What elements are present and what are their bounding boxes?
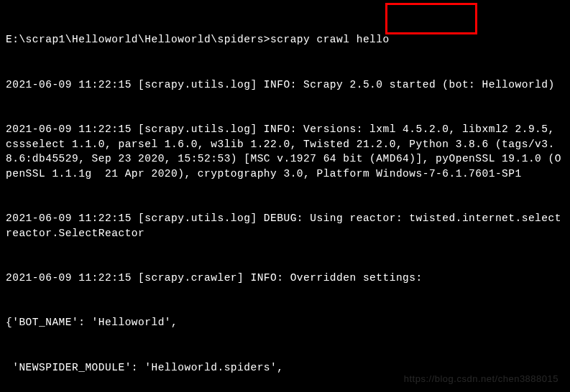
terminal-line: 2021-06-09 11:22:15 [scrapy.utils.log] D… [6, 211, 564, 241]
terminal-output[interactable]: E:\scrap1\Helloworld\Helloworld\spiders>… [6, 3, 564, 392]
terminal-line: {'BOT_NAME': 'Helloworld', [6, 315, 564, 330]
terminal-line: 2021-06-09 11:22:15 [scrapy.utils.log] I… [6, 78, 564, 93]
terminal-line: 2021-06-09 11:22:15 [scrapy.crawler] INF… [6, 271, 564, 286]
terminal-line: 2021-06-09 11:22:15 [scrapy.utils.log] I… [6, 122, 564, 182]
terminal-line: 'NEWSPIDER_MODULE': 'Helloworld.spiders'… [6, 360, 564, 375]
terminal-line: E:\scrap1\Helloworld\Helloworld\spiders>… [6, 32, 564, 47]
